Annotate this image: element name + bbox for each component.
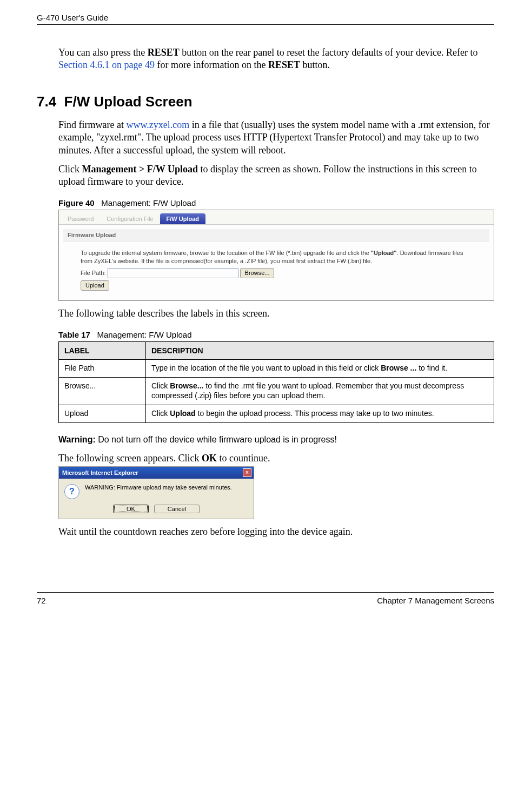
paragraph-firmware-info: Find firmware at www.zyxel.com in a file…: [58, 119, 494, 157]
external-link[interactable]: www.zyxel.com: [126, 119, 189, 130]
upload-button[interactable]: Upload: [81, 280, 109, 291]
tab-bar: Password Configuration File F/W Upload: [59, 210, 494, 225]
dialog-ie-warning: Microsoft Internet Explorer × ? WARNING:…: [58, 466, 254, 519]
heading-number: 7.4: [37, 93, 56, 110]
figure-caption: Figure 40 Management: F/W Upload: [58, 198, 494, 207]
table-text: Management: F/W Upload: [97, 330, 191, 339]
section-title-firmware-upload: Firmware Upload: [63, 229, 489, 241]
cell-description: Type in the location of the file you wan…: [146, 359, 494, 377]
text: Type in the location of the file you wan…: [151, 364, 381, 372]
file-path-label: File Path:: [81, 270, 105, 276]
text: to begin the upload process. This proces…: [196, 409, 434, 418]
page-number: 72: [37, 596, 46, 605]
cell-label: Browse...: [59, 377, 146, 405]
paragraph-click-management: Click Management > F/W Upload to display…: [58, 163, 494, 189]
text-bold: Management > F/W Upload: [82, 164, 198, 175]
text: to countinue.: [217, 453, 270, 464]
heading-fw-upload: 7.4 F/W Upload Screen: [37, 93, 494, 110]
text-bold: OK: [202, 453, 217, 464]
text-bold: RESET: [148, 47, 180, 58]
question-icon: ?: [64, 484, 79, 499]
cross-ref-link[interactable]: Section 4.6.1 on page 49: [58, 59, 155, 70]
text: To upgrade the internal system firmware,…: [81, 250, 371, 256]
paragraph-countdown: Wait until the countdown reaches zero be…: [58, 526, 494, 538]
table-label: Table 17: [58, 330, 90, 339]
table-row: Upload Click Upload to begin the upload …: [59, 405, 494, 423]
paragraph-reset: You can also press the RESET button on t…: [58, 46, 494, 72]
header-title: G-470 User's Guide: [37, 13, 108, 22]
close-icon[interactable]: ×: [243, 468, 251, 477]
dialog-message: WARNING: Firmware upload may take severa…: [85, 484, 232, 491]
tab-password[interactable]: Password: [61, 213, 100, 224]
text: Click: [58, 164, 82, 175]
ok-button[interactable]: OK: [113, 505, 149, 513]
text-bold: Browse ...: [381, 364, 416, 372]
cell-description: Click Browse... to find the .rmt file yo…: [146, 377, 494, 405]
chapter-label: Chapter 7 Management Screens: [377, 596, 494, 605]
warning-label: Warning:: [58, 435, 96, 444]
cell-label: Upload: [59, 405, 146, 423]
text: Find firmware at: [58, 119, 126, 130]
firmware-instructions: To upgrade the internal system firmware,…: [81, 249, 472, 266]
cell-description: Click Upload to begin the upload process…: [146, 405, 494, 423]
text: to find it.: [416, 364, 447, 372]
table-caption: Table 17 Management: F/W Upload: [58, 330, 494, 339]
text: button.: [300, 59, 330, 70]
text: button on the rear panel to reset the fa…: [180, 47, 478, 58]
table-row: Browse... Click Browse... to find the .r…: [59, 377, 494, 405]
cancel-button[interactable]: Cancel: [154, 505, 200, 513]
dialog-title: Microsoft Internet Explorer: [62, 469, 138, 476]
text: You can also press the: [58, 47, 148, 58]
text-bold: RESET: [268, 59, 300, 70]
cell-label: File Path: [59, 359, 146, 377]
table-row: File Path Type in the location of the fi…: [59, 359, 494, 377]
warning-text: Do not turn off the device while firmwar…: [96, 435, 337, 444]
text: for more information on the: [155, 59, 268, 70]
text-bold: "Upload": [371, 250, 397, 256]
text-bold: Upload: [170, 409, 195, 418]
text: Click: [151, 409, 170, 418]
text: The following screen appears. Click: [58, 453, 202, 464]
table-header-label: LABEL: [59, 341, 146, 359]
figure-label: Figure 40: [58, 198, 95, 207]
figure-text: Management: F/W Upload: [101, 198, 196, 207]
browse-button[interactable]: Browse...: [240, 268, 275, 278]
tab-fw-upload[interactable]: F/W Upload: [160, 213, 206, 224]
table-header-description: DESCRIPTION: [146, 341, 494, 359]
paragraph-table-intro: The following table describes the labels…: [58, 307, 494, 320]
paragraph-click-ok: The following screen appears. Click OK t…: [58, 452, 494, 465]
text-bold: Browse...: [170, 381, 203, 390]
figure-fw-upload: Password Configuration File F/W Upload F…: [58, 210, 494, 301]
warning: Warning: Do not turn off the device whil…: [58, 435, 494, 445]
heading-text: F/W Upload Screen: [64, 93, 193, 110]
text: Click: [151, 381, 170, 390]
file-path-input[interactable]: [108, 269, 238, 278]
tab-configuration-file[interactable]: Configuration File: [100, 213, 160, 224]
table-fw-upload: LABEL DESCRIPTION File Path Type in the …: [58, 341, 494, 424]
